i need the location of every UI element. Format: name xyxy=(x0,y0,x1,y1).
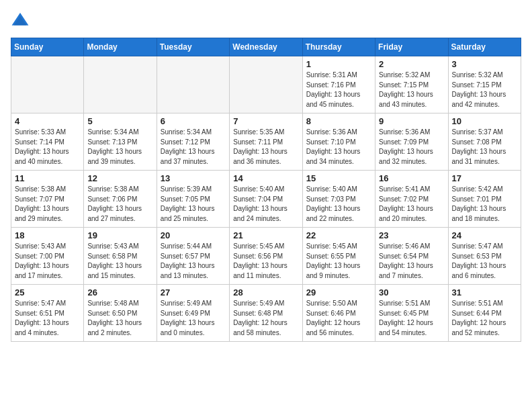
day-number: 24 xyxy=(452,230,517,240)
day-number: 23 xyxy=(379,230,444,240)
day-number: 22 xyxy=(306,230,371,240)
weekday-header-row: SundayMondayTuesdayWednesdayThursdayFrid… xyxy=(11,38,521,56)
day-cell: 11Sunrise: 5:38 AMSunset: 7:07 PMDayligh… xyxy=(11,171,84,228)
day-info: Sunrise: 5:45 AMSunset: 6:55 PMDaylight:… xyxy=(306,242,371,281)
logo-icon xyxy=(11,11,30,30)
day-number: 19 xyxy=(87,230,152,240)
day-info: Sunrise: 5:51 AMSunset: 6:45 PMDaylight:… xyxy=(379,299,444,338)
day-info: Sunrise: 5:37 AMSunset: 7:08 PMDaylight:… xyxy=(452,128,517,167)
logo xyxy=(11,11,32,30)
day-info: Sunrise: 5:31 AMSunset: 7:16 PMDaylight:… xyxy=(306,71,371,109)
day-number: 3 xyxy=(452,59,517,69)
day-number: 12 xyxy=(87,173,152,183)
day-cell: 15Sunrise: 5:40 AMSunset: 7:03 PMDayligh… xyxy=(302,171,375,228)
weekday-header-cell: Wednesday xyxy=(230,38,302,56)
day-info: Sunrise: 5:38 AMSunset: 7:07 PMDaylight:… xyxy=(15,185,80,224)
day-number: 5 xyxy=(87,116,152,126)
day-number: 1 xyxy=(306,59,371,69)
day-cell xyxy=(157,56,229,113)
calendar-body: 1Sunrise: 5:31 AMSunset: 7:16 PMDaylight… xyxy=(11,56,521,342)
day-info: Sunrise: 5:44 AMSunset: 6:57 PMDaylight:… xyxy=(161,242,226,281)
day-info: Sunrise: 5:40 AMSunset: 7:03 PMDaylight:… xyxy=(306,185,371,224)
day-info: Sunrise: 5:34 AMSunset: 7:12 PMDaylight:… xyxy=(161,128,226,167)
day-info: Sunrise: 5:49 AMSunset: 6:49 PMDaylight:… xyxy=(161,299,226,338)
day-cell: 20Sunrise: 5:44 AMSunset: 6:57 PMDayligh… xyxy=(157,228,229,285)
day-number: 6 xyxy=(161,116,226,126)
day-cell: 6Sunrise: 5:34 AMSunset: 7:12 PMDaylight… xyxy=(157,113,229,171)
day-number: 31 xyxy=(452,287,517,298)
day-cell: 1Sunrise: 5:31 AMSunset: 7:16 PMDaylight… xyxy=(302,56,375,113)
day-info: Sunrise: 5:32 AMSunset: 7:15 PMDaylight:… xyxy=(452,71,517,109)
day-number: 29 xyxy=(306,287,371,298)
weekday-header-cell: Saturday xyxy=(448,38,521,56)
day-info: Sunrise: 5:46 AMSunset: 6:54 PMDaylight:… xyxy=(379,242,444,281)
day-number: 4 xyxy=(15,116,80,126)
day-info: Sunrise: 5:45 AMSunset: 6:56 PMDaylight:… xyxy=(233,242,298,281)
day-number: 15 xyxy=(306,173,371,183)
day-info: Sunrise: 5:50 AMSunset: 6:46 PMDaylight:… xyxy=(306,299,371,338)
day-info: Sunrise: 5:38 AMSunset: 7:06 PMDaylight:… xyxy=(87,185,152,224)
day-cell: 14Sunrise: 5:40 AMSunset: 7:04 PMDayligh… xyxy=(230,171,302,228)
week-row: 18Sunrise: 5:43 AMSunset: 7:00 PMDayligh… xyxy=(11,228,521,285)
day-cell xyxy=(11,56,84,113)
day-info: Sunrise: 5:47 AMSunset: 6:51 PMDaylight:… xyxy=(15,299,80,338)
day-cell: 27Sunrise: 5:49 AMSunset: 6:49 PMDayligh… xyxy=(157,285,229,342)
week-row: 25Sunrise: 5:47 AMSunset: 6:51 PMDayligh… xyxy=(11,285,521,342)
day-number: 14 xyxy=(233,173,298,183)
day-info: Sunrise: 5:42 AMSunset: 7:01 PMDaylight:… xyxy=(452,185,517,224)
day-cell: 31Sunrise: 5:51 AMSunset: 6:44 PMDayligh… xyxy=(448,285,521,342)
day-cell: 23Sunrise: 5:46 AMSunset: 6:54 PMDayligh… xyxy=(375,228,448,285)
day-cell: 17Sunrise: 5:42 AMSunset: 7:01 PMDayligh… xyxy=(448,171,521,228)
day-info: Sunrise: 5:40 AMSunset: 7:04 PMDaylight:… xyxy=(233,185,298,224)
day-cell: 21Sunrise: 5:45 AMSunset: 6:56 PMDayligh… xyxy=(230,228,302,285)
day-cell xyxy=(230,56,302,113)
day-cell: 5Sunrise: 5:34 AMSunset: 7:13 PMDaylight… xyxy=(84,113,157,171)
day-number: 11 xyxy=(15,173,80,183)
day-cell: 30Sunrise: 5:51 AMSunset: 6:45 PMDayligh… xyxy=(375,285,448,342)
day-info: Sunrise: 5:36 AMSunset: 7:09 PMDaylight:… xyxy=(379,128,444,167)
day-cell: 18Sunrise: 5:43 AMSunset: 7:00 PMDayligh… xyxy=(11,228,84,285)
day-info: Sunrise: 5:34 AMSunset: 7:13 PMDaylight:… xyxy=(87,128,152,167)
day-cell: 28Sunrise: 5:49 AMSunset: 6:48 PMDayligh… xyxy=(230,285,302,342)
day-cell: 8Sunrise: 5:36 AMSunset: 7:10 PMDaylight… xyxy=(302,113,375,171)
weekday-header-cell: Friday xyxy=(375,38,448,56)
day-cell: 26Sunrise: 5:48 AMSunset: 6:50 PMDayligh… xyxy=(84,285,157,342)
day-cell: 7Sunrise: 5:35 AMSunset: 7:11 PMDaylight… xyxy=(230,113,302,171)
week-row: 1Sunrise: 5:31 AMSunset: 7:16 PMDaylight… xyxy=(11,56,521,113)
day-info: Sunrise: 5:36 AMSunset: 7:10 PMDaylight:… xyxy=(306,128,371,167)
day-number: 20 xyxy=(161,230,226,240)
day-number: 26 xyxy=(87,287,152,298)
day-cell: 2Sunrise: 5:32 AMSunset: 7:15 PMDaylight… xyxy=(375,56,448,113)
week-row: 4Sunrise: 5:33 AMSunset: 7:14 PMDaylight… xyxy=(11,113,521,171)
weekday-header-cell: Tuesday xyxy=(157,38,229,56)
day-info: Sunrise: 5:51 AMSunset: 6:44 PMDaylight:… xyxy=(452,299,517,338)
day-info: Sunrise: 5:35 AMSunset: 7:11 PMDaylight:… xyxy=(233,128,298,167)
day-number: 27 xyxy=(161,287,226,298)
day-cell: 12Sunrise: 5:38 AMSunset: 7:06 PMDayligh… xyxy=(84,171,157,228)
day-info: Sunrise: 5:32 AMSunset: 7:15 PMDaylight:… xyxy=(379,71,444,109)
week-row: 11Sunrise: 5:38 AMSunset: 7:07 PMDayligh… xyxy=(11,171,521,228)
weekday-header-cell: Monday xyxy=(84,38,157,56)
weekday-header-cell: Thursday xyxy=(302,38,375,56)
page-header xyxy=(11,11,521,30)
day-number: 25 xyxy=(15,287,80,298)
day-cell: 3Sunrise: 5:32 AMSunset: 7:15 PMDaylight… xyxy=(448,56,521,113)
day-info: Sunrise: 5:43 AMSunset: 7:00 PMDaylight:… xyxy=(15,242,80,281)
day-info: Sunrise: 5:39 AMSunset: 7:05 PMDaylight:… xyxy=(161,185,226,224)
day-number: 18 xyxy=(15,230,80,240)
day-info: Sunrise: 5:47 AMSunset: 6:53 PMDaylight:… xyxy=(452,242,517,281)
day-info: Sunrise: 5:49 AMSunset: 6:48 PMDaylight:… xyxy=(233,299,298,338)
day-number: 7 xyxy=(233,116,298,126)
day-number: 9 xyxy=(379,116,444,126)
day-number: 17 xyxy=(452,173,517,183)
day-number: 10 xyxy=(452,116,517,126)
day-number: 16 xyxy=(379,173,444,183)
day-number: 13 xyxy=(161,173,226,183)
calendar-table: SundayMondayTuesdayWednesdayThursdayFrid… xyxy=(11,38,521,342)
day-cell: 9Sunrise: 5:36 AMSunset: 7:09 PMDaylight… xyxy=(375,113,448,171)
day-cell: 4Sunrise: 5:33 AMSunset: 7:14 PMDaylight… xyxy=(11,113,84,171)
weekday-header-cell: Sunday xyxy=(11,38,84,56)
day-number: 8 xyxy=(306,116,371,126)
day-info: Sunrise: 5:33 AMSunset: 7:14 PMDaylight:… xyxy=(15,128,80,167)
day-number: 30 xyxy=(379,287,444,298)
